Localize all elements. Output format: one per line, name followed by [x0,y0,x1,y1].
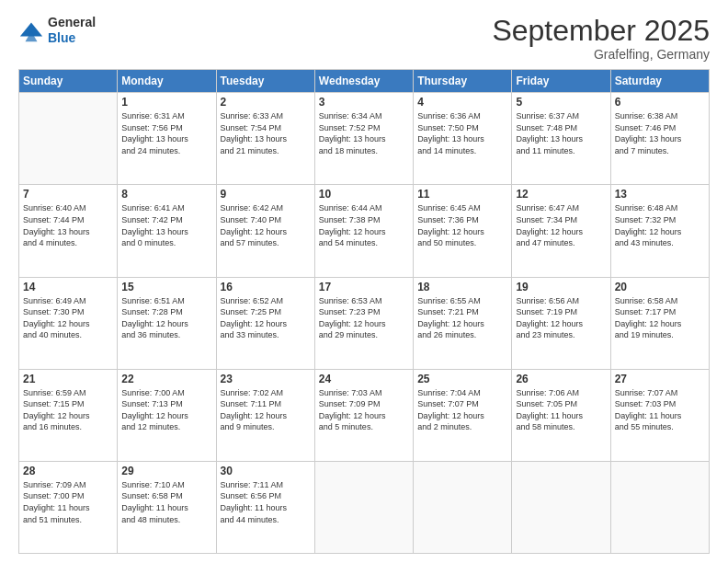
day-info: Sunrise: 6:58 AM Sunset: 7:17 PM Dayligh… [615,295,705,341]
calendar-cell: 13Sunrise: 6:48 AM Sunset: 7:32 PM Dayli… [610,185,709,277]
calendar-cell: 15Sunrise: 6:51 AM Sunset: 7:28 PM Dayli… [118,277,216,369]
calendar-cell: 6Sunrise: 6:38 AM Sunset: 7:46 PM Daylig… [610,93,709,185]
day-info: Sunrise: 7:10 AM Sunset: 6:58 PM Dayligh… [121,479,211,525]
calendar-cell: 10Sunrise: 6:44 AM Sunset: 7:38 PM Dayli… [314,185,413,277]
day-info: Sunrise: 7:02 AM Sunset: 7:11 PM Dayligh… [221,387,311,433]
day-info: Sunrise: 6:48 AM Sunset: 7:32 PM Dayligh… [615,202,705,248]
calendar-cell: 19Sunrise: 6:56 AM Sunset: 7:19 PM Dayli… [512,277,610,369]
calendar-cell: 11Sunrise: 6:45 AM Sunset: 7:36 PM Dayli… [414,185,512,277]
day-number: 24 [319,373,409,385]
calendar: Sunday Monday Tuesday Wednesday Thursday… [18,69,710,554]
page: General Blue September 2025 Grafelfing, … [0,0,728,563]
day-number: 6 [615,96,705,109]
day-number: 14 [23,281,113,293]
calendar-cell: 2Sunrise: 6:33 AM Sunset: 7:54 PM Daylig… [216,93,314,185]
day-number: 13 [615,188,705,201]
calendar-cell: 8Sunrise: 6:41 AM Sunset: 7:42 PM Daylig… [118,185,216,277]
day-info: Sunrise: 7:04 AM Sunset: 7:07 PM Dayligh… [417,387,507,433]
calendar-cell: 21Sunrise: 6:59 AM Sunset: 7:15 PM Dayli… [19,369,118,461]
day-info: Sunrise: 6:34 AM Sunset: 7:52 PM Dayligh… [319,110,409,156]
calendar-cell: 24Sunrise: 7:03 AM Sunset: 7:09 PM Dayli… [314,369,413,461]
day-number: 18 [417,281,507,293]
calendar-cell [314,461,413,553]
day-number: 17 [319,281,409,293]
day-info: Sunrise: 7:06 AM Sunset: 7:05 PM Dayligh… [516,387,606,433]
day-number: 23 [221,373,311,385]
day-number: 30 [221,465,311,477]
month-title: September 2025 [492,15,710,47]
calendar-cell: 25Sunrise: 7:04 AM Sunset: 7:07 PM Dayli… [414,369,512,461]
calendar-cell: 7Sunrise: 6:40 AM Sunset: 7:44 PM Daylig… [19,185,118,277]
day-info: Sunrise: 6:45 AM Sunset: 7:36 PM Dayligh… [417,202,507,248]
logo: General Blue [18,15,96,46]
day-number: 10 [319,188,409,201]
calendar-cell: 26Sunrise: 7:06 AM Sunset: 7:05 PM Dayli… [512,369,610,461]
week-row-1: 1Sunrise: 6:31 AM Sunset: 7:56 PM Daylig… [19,93,710,185]
calendar-cell [19,93,118,185]
day-number: 15 [121,281,211,293]
calendar-cell: 4Sunrise: 6:36 AM Sunset: 7:50 PM Daylig… [414,93,512,185]
day-info: Sunrise: 7:00 AM Sunset: 7:13 PM Dayligh… [121,387,211,433]
day-info: Sunrise: 6:33 AM Sunset: 7:54 PM Dayligh… [221,110,311,156]
calendar-cell: 3Sunrise: 6:34 AM Sunset: 7:52 PM Daylig… [314,93,413,185]
header-sunday: Sunday [19,70,118,93]
logo-text: General Blue [48,15,96,46]
day-info: Sunrise: 6:49 AM Sunset: 7:30 PM Dayligh… [23,295,113,341]
day-number: 12 [516,188,606,201]
day-number: 29 [121,465,211,477]
day-number: 25 [417,373,507,385]
week-row-3: 14Sunrise: 6:49 AM Sunset: 7:30 PM Dayli… [19,277,710,369]
day-number: 16 [221,281,311,293]
calendar-cell [512,461,610,553]
day-number: 20 [615,281,705,293]
day-number: 2 [221,96,311,109]
week-row-4: 21Sunrise: 6:59 AM Sunset: 7:15 PM Dayli… [19,369,710,461]
calendar-cell: 1Sunrise: 6:31 AM Sunset: 7:56 PM Daylig… [118,93,216,185]
header-wednesday: Wednesday [314,70,413,93]
header: General Blue September 2025 Grafelfing, … [18,15,710,62]
calendar-cell: 20Sunrise: 6:58 AM Sunset: 7:17 PM Dayli… [610,277,709,369]
day-number: 7 [23,188,113,201]
calendar-cell: 17Sunrise: 6:53 AM Sunset: 7:23 PM Dayli… [314,277,413,369]
day-info: Sunrise: 6:47 AM Sunset: 7:34 PM Dayligh… [516,202,606,248]
day-info: Sunrise: 6:44 AM Sunset: 7:38 PM Dayligh… [319,202,409,248]
day-info: Sunrise: 7:09 AM Sunset: 7:00 PM Dayligh… [23,479,113,525]
week-row-5: 28Sunrise: 7:09 AM Sunset: 7:00 PM Dayli… [19,461,710,553]
day-number: 9 [221,188,311,201]
day-number: 5 [516,96,606,109]
header-thursday: Thursday [414,70,512,93]
calendar-cell [610,461,709,553]
day-number: 8 [121,188,211,201]
day-info: Sunrise: 6:59 AM Sunset: 7:15 PM Dayligh… [23,387,113,433]
header-monday: Monday [118,70,216,93]
day-info: Sunrise: 7:03 AM Sunset: 7:09 PM Dayligh… [319,387,409,433]
header-tuesday: Tuesday [216,70,314,93]
day-number: 28 [23,465,113,477]
day-info: Sunrise: 6:36 AM Sunset: 7:50 PM Dayligh… [417,110,507,156]
day-number: 3 [319,96,409,109]
header-saturday: Saturday [610,70,709,93]
day-number: 11 [417,188,507,201]
calendar-cell: 9Sunrise: 6:42 AM Sunset: 7:40 PM Daylig… [216,185,314,277]
calendar-cell: 16Sunrise: 6:52 AM Sunset: 7:25 PM Dayli… [216,277,314,369]
calendar-cell [414,461,512,553]
calendar-cell: 12Sunrise: 6:47 AM Sunset: 7:34 PM Dayli… [512,185,610,277]
day-info: Sunrise: 7:11 AM Sunset: 6:56 PM Dayligh… [221,479,311,525]
day-info: Sunrise: 6:41 AM Sunset: 7:42 PM Dayligh… [121,202,211,248]
day-info: Sunrise: 6:52 AM Sunset: 7:25 PM Dayligh… [221,295,311,341]
day-info: Sunrise: 6:55 AM Sunset: 7:21 PM Dayligh… [417,295,507,341]
header-friday: Friday [512,70,610,93]
day-number: 26 [516,373,606,385]
day-number: 1 [121,96,211,109]
day-info: Sunrise: 6:51 AM Sunset: 7:28 PM Dayligh… [121,295,211,341]
day-number: 27 [615,373,705,385]
title-block: September 2025 Grafelfing, Germany [492,15,710,62]
day-info: Sunrise: 6:42 AM Sunset: 7:40 PM Dayligh… [221,202,311,248]
calendar-cell: 29Sunrise: 7:10 AM Sunset: 6:58 PM Dayli… [118,461,216,553]
logo-icon [18,17,44,43]
day-info: Sunrise: 7:07 AM Sunset: 7:03 PM Dayligh… [615,387,705,433]
day-info: Sunrise: 6:38 AM Sunset: 7:46 PM Dayligh… [615,110,705,156]
day-number: 22 [121,373,211,385]
calendar-cell: 14Sunrise: 6:49 AM Sunset: 7:30 PM Dayli… [19,277,118,369]
calendar-cell: 5Sunrise: 6:37 AM Sunset: 7:48 PM Daylig… [512,93,610,185]
